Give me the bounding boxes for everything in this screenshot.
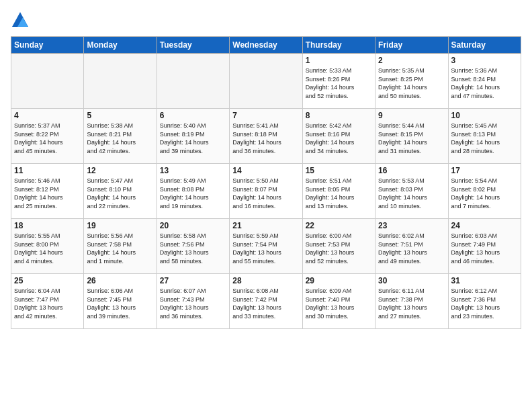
day-number: 6 (160, 111, 226, 120)
day-info: Sunrise: 6:00 AM Sunset: 7:53 PM Dayligh… (306, 232, 372, 265)
calendar-cell: 10Sunrise: 5:45 AM Sunset: 8:13 PM Dayli… (448, 109, 521, 164)
day-number: 8 (306, 111, 372, 120)
calendar-cell: 23Sunrise: 6:02 AM Sunset: 7:51 PM Dayli… (375, 219, 448, 274)
day-number: 12 (87, 166, 153, 175)
day-number: 14 (232, 166, 299, 175)
day-info: Sunrise: 5:54 AM Sunset: 8:02 PM Dayligh… (451, 177, 518, 210)
calendar-cell: 3Sunrise: 5:36 AM Sunset: 8:24 PM Daylig… (448, 54, 521, 109)
day-number: 11 (14, 166, 81, 175)
calendar-cell: 29Sunrise: 6:09 AM Sunset: 7:40 PM Dayli… (302, 274, 375, 329)
day-info: Sunrise: 5:46 AM Sunset: 8:12 PM Dayligh… (14, 177, 81, 210)
day-number: 7 (232, 111, 299, 120)
day-number: 5 (87, 111, 153, 120)
day-number: 25 (14, 276, 81, 285)
day-info: Sunrise: 5:37 AM Sunset: 8:22 PM Dayligh… (14, 122, 81, 155)
calendar-cell (84, 54, 157, 109)
calendar-cell: 24Sunrise: 6:03 AM Sunset: 7:49 PM Dayli… (448, 219, 521, 274)
calendar-cell: 25Sunrise: 6:04 AM Sunset: 7:47 PM Dayli… (11, 274, 84, 329)
day-info: Sunrise: 5:38 AM Sunset: 8:21 PM Dayligh… (87, 122, 153, 155)
calendar-cell: 1Sunrise: 5:33 AM Sunset: 8:26 PM Daylig… (302, 54, 375, 109)
day-info: Sunrise: 6:11 AM Sunset: 7:38 PM Dayligh… (378, 287, 445, 320)
calendar-cell (230, 54, 302, 109)
day-info: Sunrise: 5:53 AM Sunset: 8:03 PM Dayligh… (378, 177, 445, 210)
calendar-cell: 9Sunrise: 5:44 AM Sunset: 8:15 PM Daylig… (375, 109, 448, 164)
day-number: 4 (14, 111, 81, 120)
day-number: 20 (160, 221, 226, 230)
calendar-header-friday: Friday (375, 37, 448, 54)
calendar-cell: 16Sunrise: 5:53 AM Sunset: 8:03 PM Dayli… (375, 164, 448, 219)
day-info: Sunrise: 6:03 AM Sunset: 7:49 PM Dayligh… (451, 232, 518, 265)
calendar-week-4: 18Sunrise: 5:55 AM Sunset: 8:00 PM Dayli… (11, 219, 521, 274)
calendar-cell: 19Sunrise: 5:56 AM Sunset: 7:58 PM Dayli… (84, 219, 157, 274)
day-info: Sunrise: 5:59 AM Sunset: 7:54 PM Dayligh… (232, 232, 299, 265)
calendar-header-sunday: Sunday (11, 37, 84, 54)
day-info: Sunrise: 5:49 AM Sunset: 8:08 PM Dayligh… (160, 177, 226, 210)
calendar-table: SundayMondayTuesdayWednesdayThursdayFrid… (11, 36, 521, 329)
day-number: 16 (378, 166, 445, 175)
day-number: 13 (160, 166, 226, 175)
calendar-cell: 27Sunrise: 6:07 AM Sunset: 7:43 PM Dayli… (157, 274, 229, 329)
header (11, 11, 521, 30)
day-info: Sunrise: 5:35 AM Sunset: 8:25 PM Dayligh… (378, 66, 445, 100)
calendar-cell: 26Sunrise: 6:06 AM Sunset: 7:45 PM Dayli… (84, 274, 157, 329)
day-info: Sunrise: 5:40 AM Sunset: 8:19 PM Dayligh… (160, 122, 226, 155)
day-info: Sunrise: 5:44 AM Sunset: 8:15 PM Dayligh… (378, 122, 445, 155)
calendar-cell: 7Sunrise: 5:41 AM Sunset: 8:18 PM Daylig… (230, 109, 302, 164)
calendar-cell (157, 54, 229, 109)
calendar-header-thursday: Thursday (302, 37, 375, 54)
day-number: 30 (378, 276, 445, 285)
day-info: Sunrise: 5:42 AM Sunset: 8:16 PM Dayligh… (306, 122, 372, 155)
day-info: Sunrise: 6:06 AM Sunset: 7:45 PM Dayligh… (87, 287, 153, 320)
day-number: 23 (378, 221, 445, 230)
day-number: 26 (87, 276, 153, 285)
calendar-cell: 15Sunrise: 5:51 AM Sunset: 8:05 PM Dayli… (302, 164, 375, 219)
day-info: Sunrise: 6:02 AM Sunset: 7:51 PM Dayligh… (378, 232, 445, 265)
day-number: 19 (87, 221, 153, 230)
calendar-week-5: 25Sunrise: 6:04 AM Sunset: 7:47 PM Dayli… (11, 274, 521, 329)
day-info: Sunrise: 6:12 AM Sunset: 7:36 PM Dayligh… (451, 287, 518, 320)
calendar-header-monday: Monday (84, 37, 157, 54)
day-number: 2 (378, 56, 445, 65)
calendar-week-2: 4Sunrise: 5:37 AM Sunset: 8:22 PM Daylig… (11, 109, 521, 164)
day-info: Sunrise: 5:33 AM Sunset: 8:26 PM Dayligh… (306, 66, 372, 100)
day-number: 27 (160, 276, 226, 285)
day-info: Sunrise: 6:04 AM Sunset: 7:47 PM Dayligh… (14, 287, 81, 320)
calendar-cell: 14Sunrise: 5:50 AM Sunset: 8:07 PM Dayli… (230, 164, 302, 219)
day-info: Sunrise: 6:07 AM Sunset: 7:43 PM Dayligh… (160, 287, 226, 320)
day-number: 31 (451, 276, 518, 285)
day-info: Sunrise: 5:36 AM Sunset: 8:24 PM Dayligh… (451, 66, 518, 100)
day-info: Sunrise: 5:50 AM Sunset: 8:07 PM Dayligh… (232, 177, 299, 210)
calendar-cell: 30Sunrise: 6:11 AM Sunset: 7:38 PM Dayli… (375, 274, 448, 329)
calendar-cell: 2Sunrise: 5:35 AM Sunset: 8:25 PM Daylig… (375, 54, 448, 109)
day-number: 29 (306, 276, 372, 285)
day-number: 21 (232, 221, 299, 230)
page: SundayMondayTuesdayWednesdayThursdayFrid… (0, 0, 532, 411)
calendar-cell: 13Sunrise: 5:49 AM Sunset: 8:08 PM Dayli… (157, 164, 229, 219)
day-info: Sunrise: 6:08 AM Sunset: 7:42 PM Dayligh… (232, 287, 299, 320)
day-info: Sunrise: 5:47 AM Sunset: 8:10 PM Dayligh… (87, 177, 153, 210)
calendar-cell: 31Sunrise: 6:12 AM Sunset: 7:36 PM Dayli… (448, 274, 521, 329)
day-info: Sunrise: 5:45 AM Sunset: 8:13 PM Dayligh… (451, 122, 518, 155)
calendar-cell: 6Sunrise: 5:40 AM Sunset: 8:19 PM Daylig… (157, 109, 229, 164)
day-info: Sunrise: 5:55 AM Sunset: 8:00 PM Dayligh… (14, 232, 81, 265)
calendar-week-3: 11Sunrise: 5:46 AM Sunset: 8:12 PM Dayli… (11, 164, 521, 219)
day-info: Sunrise: 5:58 AM Sunset: 7:56 PM Dayligh… (160, 232, 226, 265)
day-info: Sunrise: 5:41 AM Sunset: 8:18 PM Dayligh… (232, 122, 299, 155)
logo-icon (11, 11, 30, 30)
calendar-cell: 28Sunrise: 6:08 AM Sunset: 7:42 PM Dayli… (230, 274, 302, 329)
day-info: Sunrise: 5:51 AM Sunset: 8:05 PM Dayligh… (306, 177, 372, 210)
calendar-header-wednesday: Wednesday (230, 37, 302, 54)
day-number: 17 (451, 166, 518, 175)
day-number: 15 (306, 166, 372, 175)
day-number: 22 (306, 221, 372, 230)
calendar-cell: 12Sunrise: 5:47 AM Sunset: 8:10 PM Dayli… (84, 164, 157, 219)
calendar-header-saturday: Saturday (448, 37, 521, 54)
day-number: 3 (451, 56, 518, 65)
calendar-header-row: SundayMondayTuesdayWednesdayThursdayFrid… (11, 37, 521, 54)
calendar-cell: 17Sunrise: 5:54 AM Sunset: 8:02 PM Dayli… (448, 164, 521, 219)
calendar-cell: 4Sunrise: 5:37 AM Sunset: 8:22 PM Daylig… (11, 109, 84, 164)
calendar-week-1: 1Sunrise: 5:33 AM Sunset: 8:26 PM Daylig… (11, 54, 521, 109)
calendar-cell: 20Sunrise: 5:58 AM Sunset: 7:56 PM Dayli… (157, 219, 229, 274)
calendar-cell: 21Sunrise: 5:59 AM Sunset: 7:54 PM Dayli… (230, 219, 302, 274)
calendar-header-tuesday: Tuesday (157, 37, 229, 54)
